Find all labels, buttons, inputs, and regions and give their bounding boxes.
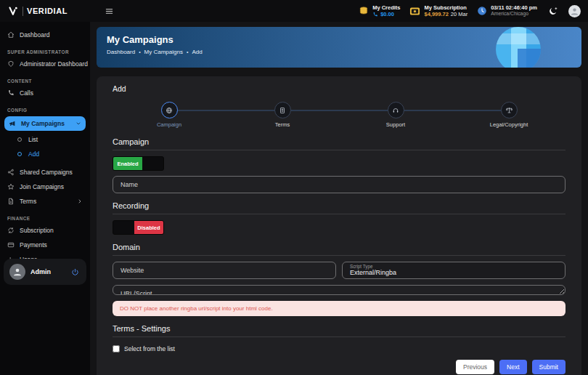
ringba-warning-banner: DO NOT place another ringba url/script i… xyxy=(113,301,565,316)
sidebar-item-list[interactable]: List xyxy=(0,132,90,147)
sidebar-label: Calls xyxy=(20,89,33,97)
datetime-text: 03/11 02:46:40 pm xyxy=(491,4,537,11)
breadcrumb-separator: • xyxy=(187,49,188,55)
logout-power-icon[interactable] xyxy=(70,267,81,278)
section-heading-recording: Recording xyxy=(113,201,565,210)
sidebar-item-terms[interactable]: Terms xyxy=(0,194,90,209)
bullet-icon xyxy=(17,152,22,156)
sidebar-item-administrator-dashboard[interactable]: Administrator Dashboard xyxy=(0,57,90,71)
wizard-footer: Previous Next Submit xyxy=(113,352,565,375)
breadcrumb-my-campaigns[interactable]: My Campaigns xyxy=(144,49,183,55)
topbar-right-cluster: My Credits $0.00 My Subscr xyxy=(359,4,581,18)
scales-icon xyxy=(505,106,513,114)
step-campaign[interactable]: Campaign xyxy=(113,102,226,128)
user-avatar[interactable] xyxy=(568,5,581,17)
topbar-main: My Credits $0.00 My Subscr xyxy=(98,4,588,18)
step-label: Legal/Copyright xyxy=(490,121,528,128)
campaign-enabled-toggle[interactable]: Enabled xyxy=(113,156,164,171)
sidebar-item-shared-campaigns[interactable]: Shared Campaigns xyxy=(0,165,90,180)
my-credits[interactable]: My Credits $0.00 xyxy=(359,4,400,18)
sidebar-label: Subscription xyxy=(20,227,54,234)
recording-disabled-toggle[interactable]: Disabled xyxy=(113,220,164,235)
clock-icon xyxy=(477,6,487,16)
sidebar-label: Add xyxy=(28,150,39,158)
sidebar-section-content: CONTENT xyxy=(0,71,90,86)
admin-profile-card[interactable]: Admin xyxy=(4,259,86,285)
divider xyxy=(113,214,565,214)
phone-mini-icon xyxy=(372,12,378,17)
wizard-stepper: Campaign Terms Support Legal/Copyri xyxy=(113,102,565,128)
globe-illustration xyxy=(496,27,541,68)
cash-icon xyxy=(409,7,420,16)
script-type-value: External/Ringba xyxy=(350,269,558,277)
main-content: My Campaigns Dashboard • My Campaigns • … xyxy=(90,22,588,375)
sidebar-item-join-campaigns[interactable]: Join Campaigns xyxy=(0,180,90,194)
sidebar-item-calls[interactable]: Calls xyxy=(0,86,90,100)
document-icon xyxy=(279,107,286,114)
sidebar-label: List xyxy=(28,136,38,143)
brand-divider xyxy=(23,7,23,16)
toggle-off-segment xyxy=(142,157,163,170)
step-label: Campaign xyxy=(157,121,181,128)
divider xyxy=(113,336,565,337)
sidebar-label: Administrator Dashboard xyxy=(20,60,88,68)
admin-name: Admin xyxy=(30,268,51,275)
add-campaign-card: Add Campaign Terms xyxy=(97,76,581,375)
sidebar-label: Terms xyxy=(20,198,36,205)
submit-button[interactable]: Submit xyxy=(532,360,565,374)
sidebar-label: Payments xyxy=(20,241,47,249)
sidebar-item-subscription[interactable]: Subscription xyxy=(0,223,90,238)
sidebar-item-payments[interactable]: Payments xyxy=(0,238,90,252)
step-terms[interactable]: Terms xyxy=(226,102,339,128)
my-subscription[interactable]: My Subscription $4,999.72 20 Mar xyxy=(409,4,467,18)
toggle-on-segment xyxy=(113,221,134,234)
select-from-list-checkbox[interactable] xyxy=(113,345,120,352)
sidebar-section-super-admin: SUPER ADMINISTRATOR xyxy=(0,42,90,57)
url-script-textarea[interactable] xyxy=(113,285,565,295)
sidebar-label: Join Campaigns xyxy=(20,183,64,190)
sidebar-section-finance: FINANCE xyxy=(0,209,90,223)
divider xyxy=(113,150,565,150)
coins-icon xyxy=(359,6,369,16)
veridial-logo-icon xyxy=(8,6,19,17)
topbar: VERIDIAL My Credits xyxy=(0,0,588,22)
dark-mode-toggle-moon-icon[interactable] xyxy=(547,5,559,17)
hamburger-menu-icon[interactable] xyxy=(104,6,115,17)
chevron-down-icon xyxy=(75,121,81,126)
page-banner: My Campaigns Dashboard • My Campaigns • … xyxy=(97,27,581,68)
credits-label: My Credits xyxy=(372,4,400,11)
app-window: VERIDIAL My Credits xyxy=(0,0,588,375)
sidebar-item-dashboard[interactable]: Dashboard xyxy=(0,28,90,42)
subscription-date: 20 Mar xyxy=(451,11,467,17)
toggle-on-label: Enabled xyxy=(113,157,142,170)
star-icon xyxy=(7,183,15,190)
campaign-name-input[interactable] xyxy=(113,176,565,193)
next-button[interactable]: Next xyxy=(499,360,526,374)
step-label: Support xyxy=(386,121,405,128)
chevron-right-icon xyxy=(77,198,83,204)
step-legal-copyright[interactable]: Legal/Copyright xyxy=(452,102,565,128)
sidebar-item-my-campaigns[interactable]: My Campaigns xyxy=(4,116,86,131)
previous-button[interactable]: Previous xyxy=(456,360,494,374)
credit-card-icon xyxy=(7,241,15,249)
sidebar-label: Dashboard xyxy=(20,31,50,39)
section-heading-campaign: Campaign xyxy=(113,137,565,146)
sidebar: Dashboard SUPER ADMINISTRATOR Administra… xyxy=(0,22,90,375)
megaphone-icon xyxy=(9,120,16,127)
sidebar-label: My Campaigns xyxy=(21,120,65,127)
divider xyxy=(113,255,565,256)
admin-avatar xyxy=(9,264,25,280)
bullet-icon xyxy=(17,137,22,142)
breadcrumb-separator: • xyxy=(139,49,140,55)
step-support[interactable]: Support xyxy=(339,102,452,128)
breadcrumb-dashboard[interactable]: Dashboard xyxy=(107,49,135,55)
shield-icon xyxy=(7,60,15,68)
file-text-icon xyxy=(7,198,15,205)
phone-icon xyxy=(7,89,15,97)
breadcrumb-add-current: Add xyxy=(192,49,202,55)
script-type-select[interactable]: Script Type External/Ringba xyxy=(342,262,565,279)
globe-icon xyxy=(166,107,173,114)
sidebar-item-add[interactable]: Add xyxy=(0,147,90,161)
brand-logo[interactable]: VERIDIAL xyxy=(0,6,98,17)
website-input[interactable] xyxy=(113,262,336,279)
